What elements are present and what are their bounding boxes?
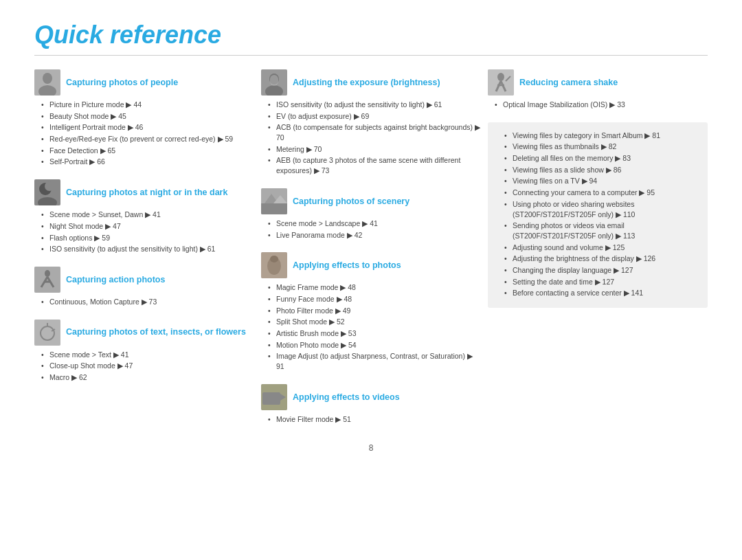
list-item: Viewing files by category in Smart Album…	[504, 131, 698, 141]
page-number: 8	[34, 443, 708, 453]
list-item: Artistic Brush mode ▶ 53	[268, 328, 481, 339]
list-item: Scene mode > Sunset, Dawn ▶ 41	[41, 210, 254, 220]
list-item: Adjusting the brightness of the display …	[504, 254, 698, 264]
list-item: AEB (to capture 3 photos of the same sce…	[268, 155, 481, 175]
list-item: Scene mode > Landscape ▶ 41	[268, 219, 481, 229]
section-title-night: Capturing photos at night or in the dark	[66, 187, 227, 198]
list-item: Before contacting a service center ▶ 141	[504, 288, 698, 298]
list-item: Intelligent Portrait mode ▶ 46	[41, 122, 254, 133]
section-title-effects-photos: Applying effects to photos	[293, 260, 401, 271]
section-header-people: Capturing photos of people	[34, 69, 254, 96]
section-title-people: Capturing photos of people	[66, 77, 178, 88]
list-exposure: ISO sensitivity (to adjust the sensitivi…	[261, 100, 481, 176]
list-item: Magic Frame mode ▶ 48	[268, 282, 481, 293]
misc-box: Viewing files by category in Smart Album…	[488, 122, 708, 308]
list-item: Red-eye/Red-eye Fix (to prevent or corre…	[41, 134, 254, 144]
list-item: Scene mode > Text ▶ 41	[41, 350, 254, 360]
list-item: Self-Portrait ▶ 66	[41, 157, 254, 167]
exposure-icon	[261, 69, 287, 96]
list-item: Picture in Picture mode ▶ 44	[41, 100, 254, 110]
svg-rect-28	[262, 392, 280, 405]
list-item: Using photo or video sharing websites (S…	[504, 199, 698, 219]
list-item: Optical Image Stabilization (OIS) ▶ 33	[495, 100, 708, 110]
title-divider	[34, 55, 708, 56]
list-item: Funny Face mode ▶ 48	[268, 294, 481, 304]
svg-point-1	[43, 73, 52, 84]
section-header-macro: Capturing photos of text, insects, or fl…	[34, 320, 254, 346]
section-title-effects-videos: Applying effects to videos	[293, 392, 400, 403]
section-header-exposure: Adjusting the exposure (brightness)	[261, 69, 481, 96]
section-title-macro: Capturing photos of text, insects, or fl…	[66, 326, 246, 337]
scenery-icon	[261, 188, 287, 214]
section-header-effects-videos: Applying effects to videos	[261, 384, 481, 410]
list-item: Deleting all files on the memory ▶ 83	[504, 153, 698, 164]
person-icon	[34, 69, 60, 96]
list-effects-videos: Movie Filter mode ▶ 51	[261, 414, 481, 425]
column-2: Adjusting the exposure (brightness) ISO …	[261, 69, 481, 436]
effects-photos-icon	[261, 252, 287, 278]
list-shake: Optical Image Stabilization (OIS) ▶ 33	[488, 100, 708, 110]
section-title-shake: Reducing camera shake	[519, 77, 618, 88]
list-misc: Viewing files by category in Smart Album…	[497, 131, 698, 298]
list-item: Motion Photo mode ▶ 54	[268, 340, 481, 350]
svg-point-5	[45, 181, 54, 191]
shake-icon	[488, 69, 514, 96]
section-title-action: Capturing action photos	[66, 274, 165, 285]
main-content: Capturing photos of people Picture in Pi…	[34, 69, 708, 436]
list-item: Macro ▶ 62	[41, 372, 254, 383]
macro-icon	[34, 320, 60, 346]
night-icon	[34, 179, 60, 205]
list-item: ACB (to compensate for subjects against …	[268, 122, 481, 142]
section-capturing-night: Capturing photos at night or in the dark…	[34, 179, 254, 254]
section-header-scenery: Capturing photos of scenery	[261, 188, 481, 214]
action-icon	[34, 267, 60, 293]
column-1: Capturing photos of people Picture in Pi…	[34, 69, 254, 436]
list-item: Continuous, Motion Capture ▶ 73	[41, 297, 254, 307]
page-title: Quick reference	[34, 21, 708, 49]
list-item: Sending photos or videos via email (ST20…	[504, 221, 698, 240]
list-item: Split Shot mode ▶ 52	[268, 317, 481, 327]
column-3: Reducing camera shake Optical Image Stab…	[488, 69, 708, 436]
list-people: Picture in Picture mode ▶ 44 Beauty Shot…	[34, 100, 254, 167]
list-item: Movie Filter mode ▶ 51	[268, 414, 481, 425]
section-effects-videos: Applying effects to videos Movie Filter …	[261, 384, 481, 425]
list-item: Adjusting sound and volume ▶ 125	[504, 243, 698, 253]
section-header-action: Capturing action photos	[34, 267, 254, 293]
svg-point-26	[270, 256, 278, 262]
list-item: Connecting your camera to a computer ▶ 9…	[504, 188, 698, 198]
svg-point-31	[497, 73, 504, 81]
section-scenery: Capturing photos of scenery Scene mode >…	[261, 188, 481, 240]
section-effects-photos: Applying effects to photos Magic Frame m…	[261, 252, 481, 372]
list-item: Photo Filter mode ▶ 49	[268, 306, 481, 316]
list-macro: Scene mode > Text ▶ 41 Close-up Shot mod…	[34, 350, 254, 383]
list-item: Viewing files as a slide show ▶ 86	[504, 165, 698, 175]
section-capturing-action: Capturing action photos Continuous, Moti…	[34, 267, 254, 307]
section-title-scenery: Capturing photos of scenery	[293, 196, 409, 207]
list-item: Face Detection ▶ 65	[41, 146, 254, 156]
list-item: Flash options ▶ 59	[41, 233, 254, 243]
list-scenery: Scene mode > Landscape ▶ 41 Live Panoram…	[261, 219, 481, 240]
svg-rect-19	[270, 75, 278, 86]
list-action: Continuous, Motion Capture ▶ 73	[34, 297, 254, 307]
list-item: Live Panorama mode ▶ 42	[268, 230, 481, 240]
section-header-shake: Reducing camera shake	[488, 69, 708, 96]
section-exposure: Adjusting the exposure (brightness) ISO …	[261, 69, 481, 176]
list-effects-photos: Magic Frame mode ▶ 48 Funny Face mode ▶ …	[261, 282, 481, 372]
list-item: Night Shot mode ▶ 47	[41, 221, 254, 232]
section-capturing-people: Capturing photos of people Picture in Pi…	[34, 69, 254, 167]
section-header-night: Capturing photos at night or in the dark	[34, 179, 254, 205]
list-item: Viewing files on a TV ▶ 94	[504, 176, 698, 186]
list-night: Scene mode > Sunset, Dawn ▶ 41 Night Sho…	[34, 210, 254, 254]
section-capturing-macro: Capturing photos of text, insects, or fl…	[34, 320, 254, 383]
svg-rect-21	[261, 203, 287, 214]
list-item: Beauty Shot mode ▶ 45	[41, 111, 254, 122]
list-item: ISO sensitivity (to adjust the sensitivi…	[268, 100, 481, 110]
svg-point-8	[45, 270, 50, 277]
list-item: Viewing files as thumbnails ▶ 82	[504, 142, 698, 152]
list-item: ISO sensitivity (to adjust the sensitivi…	[41, 244, 254, 254]
effects-videos-icon	[261, 384, 287, 410]
section-header-effects-photos: Applying effects to photos	[261, 252, 481, 278]
list-item: EV (to adjust exposure) ▶ 69	[268, 111, 481, 122]
section-shake: Reducing camera shake Optical Image Stab…	[488, 69, 708, 110]
list-item: Changing the display language ▶ 127	[504, 265, 698, 276]
